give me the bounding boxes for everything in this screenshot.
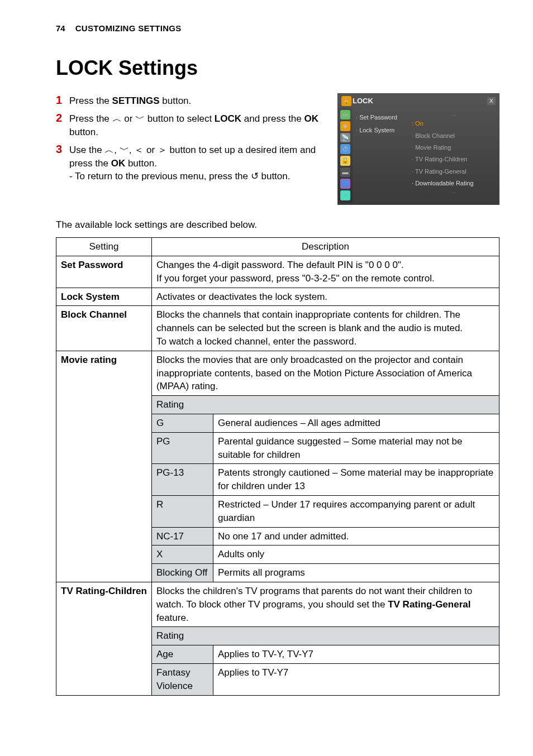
setting-desc: Blocks the children's TV programs that p… — [151, 582, 499, 626]
setting-desc: Activates or deactivates the lock system… — [151, 288, 499, 306]
rating-key: Fantasy Violence — [151, 663, 213, 695]
osd-movie-rating: Movie Rating — [411, 142, 497, 154]
step-number: 1 — [56, 93, 65, 108]
row-set-password: Set Password Changes the 4-digit passwor… — [56, 256, 499, 288]
rating-key: Blocking Off — [151, 564, 213, 582]
step-text: button. — [160, 95, 192, 106]
osd-label: Lock System — [359, 127, 394, 133]
step-text: and press the — [241, 113, 304, 124]
osd-icon-sidebar: ▭ ◉ 📡 ⏱ 🔒 ▬ 🌐 ◯ — [338, 108, 353, 203]
osd-set-password: Set Password — [355, 111, 406, 124]
osd-label: Block Channel — [415, 132, 455, 139]
step-text: Use the — [69, 145, 104, 155]
step-text: , — [129, 145, 134, 155]
desc-line: If you forget your password, press "0-3-… — [156, 272, 494, 285]
desc-line: Blocks the channels that contain inappro… — [156, 308, 494, 335]
rating-key: PG — [151, 432, 213, 464]
ok-keyword: OK — [304, 113, 319, 124]
settings-table: Setting Description Set Password Changes… — [56, 237, 499, 695]
left-arrow-icon: ＜ — [134, 145, 144, 155]
step-text: Press the — [69, 113, 112, 124]
step-text: , — [114, 145, 119, 155]
step-text: or — [144, 145, 158, 155]
rating-value: Parental guidance suggested – Some mater… — [213, 432, 499, 464]
step-1: 1 Press the SETTINGS button. — [56, 93, 326, 108]
setting-name: Lock System — [56, 288, 152, 306]
osd-down-arrow-icon: ﹀ — [411, 190, 497, 197]
up-arrow-icon: ︿ — [104, 145, 114, 155]
setting-name: Block Channel — [56, 306, 152, 351]
step-text: or — [122, 113, 136, 124]
ok-keyword: OK — [111, 158, 126, 169]
osd-channel-icon: 📡 — [340, 133, 350, 143]
setting-name: Movie rating — [56, 351, 152, 582]
rating-key: NC-17 — [151, 527, 213, 546]
setting-desc: Blocks the movies that are only broadcas… — [151, 351, 499, 395]
rating-header: Rating — [151, 396, 499, 414]
rating-header: Rating — [151, 627, 499, 645]
step-text: button. — [69, 127, 98, 137]
up-arrow-icon: ︿ — [112, 113, 122, 124]
step-text: Press the — [69, 95, 112, 106]
th-description: Description — [151, 238, 499, 256]
rating-key: PG-13 — [151, 464, 213, 496]
page-header: 74 CUSTOMIZING SETTINGS — [56, 22, 499, 34]
page-section-title: CUSTOMIZING SETTINGS — [75, 22, 182, 34]
osd-support-icon: ◯ — [340, 190, 350, 200]
rating-value: Applies to TV-Y7 — [213, 663, 499, 695]
desc-line: To watch a locked channel, enter the pas… — [156, 335, 494, 348]
setting-name: Set Password — [56, 256, 152, 288]
down-arrow-icon: ﹀ — [135, 113, 145, 124]
osd-tv-general: TV Rating-General — [411, 166, 497, 178]
down-arrow-icon: ﹀ — [120, 145, 129, 155]
osd-label: Movie Rating — [415, 144, 451, 151]
osd-tv-children: TV Rating-Children — [411, 154, 497, 165]
osd-option-icon: ▬ — [340, 168, 350, 178]
setting-desc: Blocks the channels that contain inappro… — [151, 306, 499, 351]
osd-label: Set Password — [359, 114, 397, 121]
rating-key: X — [151, 546, 213, 564]
settings-keyword: SETTINGS — [112, 95, 160, 106]
page-number: 74 — [56, 22, 65, 34]
step-number: 2 — [56, 111, 65, 139]
osd-time-icon: ⏱ — [340, 144, 350, 154]
step-sub-text: button. — [259, 171, 291, 181]
close-icon: ꓫ — [487, 97, 496, 105]
osd-on-value: : On — [412, 120, 423, 127]
step-text: button to select — [145, 113, 215, 124]
rating-value: Permits all programs — [213, 564, 499, 582]
row-tv-rating-children: TV Rating-Children Blocks the children's… — [56, 582, 499, 626]
rating-value: Patents strongly cautioned – Some materi… — [213, 464, 499, 496]
desc-line: feature. — [156, 613, 189, 623]
lock-icon: 🔒 — [341, 96, 351, 106]
step-number: 3 — [56, 142, 65, 183]
osd-label: Downloadable Rating — [415, 180, 474, 186]
rating-value: Restricted – Under 17 requires accompany… — [213, 495, 499, 527]
feature-bold: TV Rating-General — [388, 599, 470, 610]
step-sub-text: - To return to the previous menu, press … — [69, 171, 251, 181]
osd-audio-icon: ◉ — [340, 121, 350, 131]
osd-screenshot: 🔒 LOCK ꓫ ▭ ◉ 📡 ⏱ 🔒 ▬ 🌐 ◯ Set Password Lo… — [337, 93, 499, 205]
th-setting: Setting — [56, 238, 152, 256]
right-arrow-icon: ＞ — [158, 145, 167, 155]
rating-value: Applies to TV-Y, TV-Y7 — [213, 645, 499, 664]
rating-key: G — [151, 414, 213, 432]
osd-label: TV Rating-General — [415, 168, 467, 175]
lock-keyword: LOCK — [215, 113, 241, 124]
desc-line: Changes the 4-digit password. The defaul… — [156, 259, 494, 272]
osd-left-pane: Set Password Lock System — [353, 108, 408, 203]
step-2: 2 Press the ︿ or ﹀ button to select LOCK… — [56, 111, 326, 139]
osd-block-channel: Block Channel — [411, 130, 497, 142]
osd-network-icon: 🌐 — [340, 179, 350, 189]
osd-downloadable-rating: Downloadable Rating — [411, 178, 497, 189]
back-icon: ↺ — [251, 171, 259, 181]
step-text: button. — [125, 158, 157, 169]
instructions: 1 Press the SETTINGS button. 2 Press the… — [56, 93, 326, 186]
osd-up-arrow-icon: ︿ — [411, 111, 497, 118]
rating-value: General audiences – All ages admitted — [213, 414, 499, 432]
step-3: 3 Use the ︿, ﹀, ＜ or ＞ button to set up … — [56, 142, 326, 183]
osd-title: LOCK — [353, 96, 373, 106]
row-movie-rating: Movie rating Blocks the movies that are … — [56, 351, 499, 395]
setting-desc: Changes the 4-digit password. The defaul… — [151, 256, 499, 288]
osd-lock-icon: 🔒 — [340, 156, 350, 166]
